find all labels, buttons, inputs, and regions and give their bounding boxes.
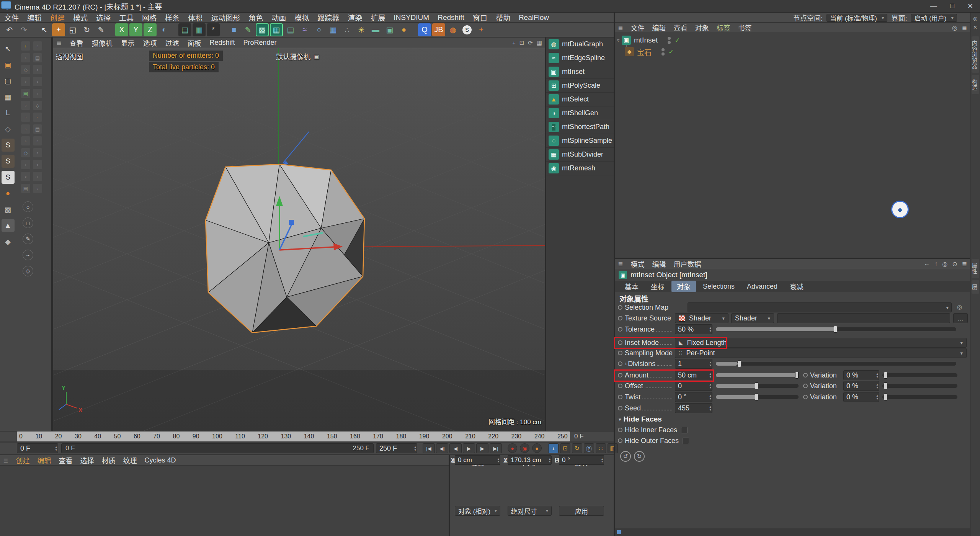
menu-item[interactable]: 网格: [138, 13, 161, 22]
toolbar-separator[interactable]: [412, 23, 417, 36]
key-position-toggle[interactable]: +: [548, 443, 559, 453]
tab-falloff[interactable]: 衰减: [784, 281, 809, 292]
render-view-icon[interactable]: ▤: [178, 23, 191, 36]
timeline-frame-tick[interactable]: 140: [304, 433, 314, 440]
scale-tool-icon[interactable]: ◱: [66, 23, 79, 36]
spline-ngon-icon[interactable]: ◇: [23, 266, 33, 276]
palette-icon[interactable]: ◦: [21, 160, 30, 169]
uv-grid-icon[interactable]: ▩: [2, 203, 15, 216]
tolerance-slider[interactable]: [716, 327, 956, 331]
spline-arc-icon[interactable]: ~: [23, 250, 33, 260]
menu-item[interactable]: 渲染: [343, 13, 366, 22]
param-dot-icon[interactable]: [618, 406, 622, 410]
palette-icon[interactable]: ◇: [33, 101, 42, 110]
prev-frame-button[interactable]: ◀: [449, 443, 462, 453]
twist-field[interactable]: 0 °: [675, 392, 712, 402]
hide-inner-checkbox[interactable]: [681, 427, 688, 433]
texture-source-type-select[interactable]: Shader▾: [675, 313, 728, 323]
close-button[interactable]: ✕: [967, 2, 973, 10]
param-dot-icon[interactable]: [803, 373, 808, 377]
timeline-ruler[interactable]: 0102030405060708090100110120130140150160…: [17, 431, 570, 441]
palette-icon[interactable]: ◇: [21, 148, 30, 157]
seed-field[interactable]: 455: [675, 403, 712, 413]
menu-item[interactable]: 角色: [244, 13, 267, 22]
rotation-field[interactable]: 0 °: [559, 455, 604, 465]
viewport-menu-item[interactable]: 显示: [116, 38, 139, 48]
add-primitive-icon[interactable]: ■: [227, 23, 240, 36]
redo-icon[interactable]: ↷: [17, 23, 30, 36]
palette-icon[interactable]: ▫: [33, 160, 42, 169]
position-field[interactable]: 0 cm: [455, 455, 500, 465]
attr-search-icon[interactable]: ◎: [942, 260, 947, 268]
plugin-list-item[interactable]: ~ mtShortestPath: [546, 120, 614, 134]
move-tool-icon[interactable]: +: [52, 23, 65, 36]
timeline-frame-tick[interactable]: 110: [235, 433, 245, 440]
param-dot-icon[interactable]: [803, 384, 808, 388]
mograph-icon[interactable]: ▦: [327, 23, 340, 36]
material-icon[interactable]: ●: [397, 23, 410, 36]
spline-circle-icon[interactable]: ○: [23, 201, 33, 212]
twist-slider[interactable]: [716, 395, 799, 399]
menu-item[interactable]: 选择: [92, 13, 115, 22]
dock-tab[interactable]: 构造: [972, 75, 979, 94]
viewport-zoom-icon[interactable]: ⊡: [519, 39, 524, 46]
make-editable-icon[interactable]: ▣: [2, 58, 15, 71]
menu-item[interactable]: 跟踪器: [313, 13, 343, 22]
camera-icon[interactable]: ▣: [314, 53, 319, 60]
strip-close-icon[interactable]: ✕: [973, 25, 977, 30]
toolbar-separator[interactable]: [31, 23, 37, 36]
undo-icon[interactable]: ↶: [3, 23, 16, 36]
render-settings-icon[interactable]: *: [207, 23, 220, 36]
palette-icon[interactable]: ▤: [21, 184, 30, 193]
menu-item[interactable]: 动画: [267, 13, 290, 22]
texture-mode-icon[interactable]: ▦: [2, 90, 15, 103]
toolbar-separator[interactable]: [221, 23, 226, 36]
timeline-frame-tick[interactable]: 50: [114, 433, 121, 440]
menu-item[interactable]: 文件: [0, 13, 23, 22]
viewport-menu-item[interactable]: Redshift: [205, 39, 239, 47]
material-menu-item[interactable]: Cycles 4D: [140, 456, 180, 464]
timeline-range-slider[interactable]: 0 F 250 F: [61, 443, 374, 453]
key-filter-toggle[interactable]: ▥: [608, 443, 618, 453]
dock-tab[interactable]: 内容浏览器: [972, 36, 979, 73]
param-dot-icon[interactable]: [618, 361, 622, 366]
script-s2-icon[interactable]: S: [2, 155, 15, 168]
timeline-frame-tick[interactable]: 210: [465, 433, 475, 440]
viewport-pan-icon[interactable]: +: [512, 39, 516, 46]
divider[interactable]: [614, 13, 615, 536]
palette-icon[interactable]: +: [21, 41, 30, 51]
palette-icon[interactable]: ▫: [33, 148, 42, 157]
param-dot-icon[interactable]: [618, 327, 622, 332]
timeline-frame-tick[interactable]: 90: [193, 433, 199, 440]
z-axis-lock-icon[interactable]: Z: [144, 23, 157, 36]
script-s3-icon[interactable]: S: [2, 171, 15, 184]
palette-icon[interactable]: ▫: [33, 41, 42, 51]
material-menu-item[interactable]: 编辑: [33, 455, 55, 465]
array-generator-icon[interactable]: ▤: [284, 23, 297, 36]
workplane-mode-icon[interactable]: L: [2, 106, 15, 119]
hide-outer-checkbox[interactable]: [683, 438, 689, 444]
palette-icon[interactable]: ▫: [21, 113, 30, 122]
visibility-dots-icon[interactable]: [668, 37, 671, 44]
timeline-frame-tick[interactable]: 120: [258, 433, 268, 440]
menu-item[interactable]: 帮助: [492, 13, 514, 22]
menu-item[interactable]: 扩展: [366, 13, 389, 22]
y-axis-lock-icon[interactable]: Y: [129, 23, 142, 36]
axis-tool-icon[interactable]: +: [475, 23, 488, 36]
viewport-menu-item[interactable]: 查看: [65, 38, 87, 48]
size-mode-select[interactable]: 绝对尺寸: [508, 506, 552, 516]
amount-variation-slider[interactable]: [882, 373, 957, 377]
key-scale-toggle[interactable]: ⊡: [560, 443, 570, 453]
goto-end-button[interactable]: ▶|: [490, 443, 502, 453]
plugin-list-item[interactable]: ◉ mtRemesh: [546, 162, 614, 175]
param-dot-icon[interactable]: [618, 395, 622, 399]
timeline-frame-tick[interactable]: 30: [75, 433, 82, 440]
panel-grip-icon[interactable]: ≣: [618, 24, 623, 31]
timeline-frame-tick[interactable]: 250: [557, 433, 568, 440]
object-manager-menu-item[interactable]: 书签: [734, 23, 755, 33]
polygon-mode-icon[interactable]: ▲: [2, 219, 15, 232]
browse-button[interactable]: ...: [953, 313, 968, 323]
amount-slider[interactable]: [716, 373, 799, 377]
menu-item[interactable]: RealFlow: [514, 13, 553, 22]
coord-system-icon[interactable]: ◐: [158, 23, 171, 36]
